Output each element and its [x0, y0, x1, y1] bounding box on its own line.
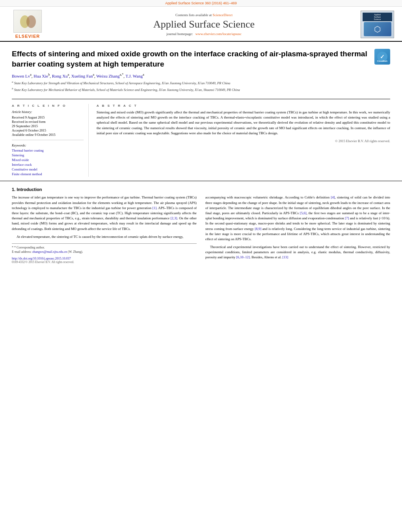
email-label: E-mail address:	[12, 250, 32, 254]
page: Applied Surface Science 360 (2016) 461–4…	[0, 0, 402, 532]
affiliation-a: a State Key Laboratory for Strength and …	[12, 80, 368, 86]
keyword-5[interactable]: Constitutive model	[12, 167, 84, 171]
homepage-line: journal homepage: www.elsevier.com/locat…	[55, 32, 353, 36]
author-bowen-lv[interactable]: Bowen Lv	[12, 74, 30, 78]
ref-8-9[interactable]: [8,9]	[255, 227, 261, 231]
intro-p2: At elevated temperature, the sintering o…	[12, 234, 197, 239]
article-content: Effects of sintering and mixed oxide gro…	[0, 42, 402, 181]
email-link[interactable]: zhangwx@mail.xjtu.edu.cn	[32, 250, 67, 254]
contents-line: Contents lists available at ScienceDirec…	[55, 13, 353, 17]
homepage-link[interactable]: www.elsevier.com/locate/apsusc	[195, 32, 242, 36]
intro-p1: The increase of inlet gas temperature is…	[12, 195, 197, 231]
citation-bar: Applied Surface Science 360 (2016) 461–4…	[0, 0, 402, 7]
ref-1[interactable]: [1]	[153, 206, 156, 210]
elsevier-logo: ELSEVIER	[8, 10, 47, 39]
author-weixu-zhang[interactable]: Weixu Zhang	[96, 74, 119, 78]
author-rong-xu[interactable]: Rong Xu	[52, 74, 68, 78]
body-col-right: accompanying with macroscopic volumetric…	[205, 195, 390, 264]
article-title: Effects of sintering and mixed oxide gro…	[12, 49, 368, 69]
article-info-label: A R T I C L E I N F O	[12, 104, 84, 108]
homepage-label: journal homepage:	[166, 32, 194, 36]
keyword-4[interactable]: Interface crack	[12, 163, 84, 167]
body-columns: The increase of inlet gas temperature is…	[12, 195, 390, 264]
contents-label: Contents lists available at	[175, 13, 212, 17]
keyword-1[interactable]: Thermal barrier coating	[12, 148, 84, 152]
copyright-line: © 2015 Elsevier B.V. All rights reserved…	[97, 139, 390, 143]
intro-right-p2: Theoretical and experimental investigati…	[205, 245, 390, 260]
author-tj-wang[interactable]: T.J. Wang	[126, 74, 143, 78]
ref-6-10-12[interactable]: [6,10–12]	[236, 255, 249, 259]
journal-center: Contents lists available at ScienceDirec…	[47, 13, 361, 36]
elsevier-logo-image	[13, 10, 42, 33]
intro-section-title: Introduction	[17, 187, 42, 192]
received-date: Received 9 August 2015	[12, 115, 84, 119]
footnote-area: * * Corresponding author. E-mail address…	[12, 243, 197, 254]
info-divider	[12, 140, 84, 140]
journal-header: ELSEVIER Contents lists available at Sci…	[0, 7, 402, 42]
keyword-3[interactable]: Mixed oxide	[12, 158, 84, 162]
author-xueling-fan[interactable]: Xueling Fan	[71, 74, 93, 78]
svg-text:✓: ✓	[380, 54, 385, 60]
keywords-title: Keywords:	[12, 143, 84, 147]
revised-label: Received in revised form	[12, 120, 84, 124]
issn-line: 0169-4332/© 2015 Elsevier B.V. All right…	[12, 260, 197, 264]
abstract-paragraph: Sintering and mixed oxide (MO) growth si…	[97, 110, 390, 135]
ref-2-3[interactable]: [2,3]	[171, 216, 177, 220]
journal-logo-right: AppliedSurfaceScience ⬡	[361, 11, 394, 38]
ref-13[interactable]: [13]	[282, 255, 288, 259]
authors-line: Bowen Lva, Hua Xieb, Rong Xua, Xueling F…	[12, 73, 368, 78]
ref-5-6[interactable]: [5,6]	[300, 211, 307, 215]
author-hua-xie[interactable]: Hua Xie	[34, 74, 48, 78]
citation-text: Applied Surface Science 360 (2016) 461–4…	[165, 1, 237, 5]
affiliation-b: b State Key Laboratory for Mechanical Be…	[12, 87, 368, 93]
ref-4[interactable]: [4]	[331, 195, 335, 199]
body-col-left: The increase of inlet gas temperature is…	[12, 195, 197, 264]
doi-line: http://dx.doi.org/10.1016/j.apsusc.2015.…	[12, 257, 197, 260]
article-body: 1. Introduction The increase of inlet ga…	[0, 181, 402, 268]
body-text-right: accompanying with macroscopic volumetric…	[205, 195, 390, 260]
journal-title: Applied Surface Science	[55, 19, 353, 30]
ref-7[interactable]: [7]	[345, 216, 349, 220]
article-title-section: Effects of sintering and mixed oxide gro…	[12, 49, 390, 99]
intro-right-p1: accompanying with macroscopic volumetric…	[205, 195, 390, 242]
svg-text:CrossMark: CrossMark	[377, 60, 387, 62]
affiliations: a State Key Laboratory for Strength and …	[12, 80, 368, 92]
intro-section-number: 1.	[12, 187, 15, 192]
body-text-left: The increase of inlet gas temperature is…	[12, 195, 197, 239]
sciencedirect-link[interactable]: ScienceDirect	[213, 13, 233, 17]
crossmark-badge: ✓ CrossMark	[374, 49, 390, 65]
abstract-column: A B S T R A C T Sintering and mixed oxid…	[97, 104, 390, 177]
doi-link[interactable]: http://dx.doi.org/10.1016/j.apsusc.2015.…	[12, 257, 71, 260]
footnote-email: E-mail address: zhangwx@mail.xjtu.edu.cn…	[12, 250, 197, 254]
footnote-corresponding: * * Corresponding author.	[12, 246, 197, 249]
accepted-date: Accepted 6 October 2015	[12, 128, 84, 132]
article-info-column: A R T I C L E I N F O Article history: R…	[12, 104, 89, 177]
keyword-6[interactable]: Finite element method	[12, 172, 84, 176]
elsevier-wordmark: ELSEVIER	[15, 34, 40, 39]
article-title-text: Effects of sintering and mixed oxide gro…	[12, 49, 368, 94]
keyword-2[interactable]: Sintering	[12, 153, 84, 157]
info-abstract-columns: A R T I C L E I N F O Article history: R…	[12, 104, 390, 177]
email-suffix: (W. Zhang).	[68, 250, 83, 254]
abstract-label: A B S T R A C T	[97, 104, 390, 108]
article-history-header: Article history:	[12, 110, 84, 114]
abstract-text: Sintering and mixed oxide (MO) growth si…	[97, 110, 390, 135]
available-date: Available online 9 October 2015	[12, 133, 84, 137]
revised-date: 29 September 2015	[12, 124, 84, 128]
intro-title: 1. Introduction	[12, 187, 390, 192]
